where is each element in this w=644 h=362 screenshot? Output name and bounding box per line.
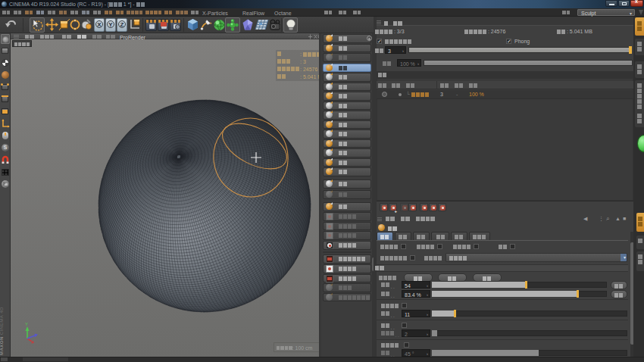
svg-text:Y: Y: [25, 322, 28, 326]
